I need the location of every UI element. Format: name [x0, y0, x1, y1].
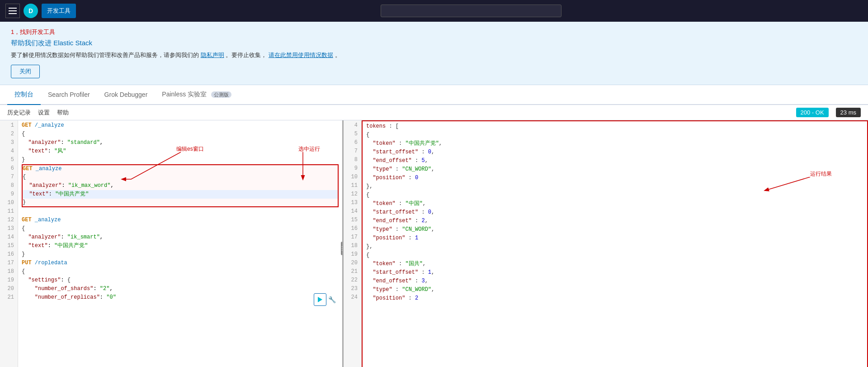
result-line-15: "end_offset" : 2, — [366, 217, 863, 225]
banner-desc-prefix: 要了解使用情况数据如何帮助我们管理和改善产品和服务，请参阅我们的 — [11, 52, 199, 58]
code-line-6: GET _analyze — [22, 164, 339, 173]
tab-console[interactable]: 控制台 — [7, 85, 41, 105]
toolbar: 历史记录 设置 帮助 200 - OK 23 ms — [0, 105, 868, 120]
dev-tools-tab[interactable]: 开发工具 — [42, 4, 76, 18]
code-line-11 — [22, 207, 339, 216]
code-line-10: } — [22, 199, 339, 207]
divider-handle[interactable] — [341, 242, 344, 255]
result-line-12: { — [366, 191, 863, 200]
result-line-14: "start_offset" : 0, — [366, 208, 863, 217]
result-line-8: "end_offset" : 5, — [366, 157, 863, 165]
result-line-23: "type" : "CN_WORD", — [366, 286, 863, 294]
settings-button[interactable]: 设置 — [38, 109, 50, 117]
help-banner: 1，找到开发工具 帮助我们改进 Elastic Stack 要了解使用情况数据如… — [0, 22, 868, 85]
editor-line-numbers: 12345 678910 1112131415 1617181920 21 — [0, 120, 18, 367]
code-line-18: { — [22, 267, 339, 276]
result-line-18: }, — [366, 243, 863, 251]
code-line-1: GET /_analyze — [22, 121, 339, 130]
menu-button[interactable] — [5, 4, 20, 18]
result-line-13: "token" : "中国", — [366, 200, 863, 208]
tab-console-label: 控制台 — [14, 91, 33, 98]
tab-painless-lab-label: Painless 实验室 — [162, 91, 207, 98]
beta-badge: 公测版 — [211, 91, 231, 98]
result-line-4: tokens : [ — [366, 122, 863, 131]
run-button-area: 🔧 — [314, 293, 336, 306]
code-editor[interactable]: GET /_analyze { "analyzer": "standard", … — [18, 120, 342, 367]
result-line-11: }, — [366, 182, 863, 191]
search-area — [80, 5, 863, 17]
result-line-5: { — [366, 131, 863, 139]
result-line-9: "type" : "CN_WORD", — [366, 165, 863, 174]
code-line-2: { — [22, 130, 339, 138]
tab-painless-lab[interactable]: Painless 实验室 公测版 — [155, 85, 239, 105]
code-line-19: "settings": { — [22, 276, 339, 285]
run-button[interactable] — [314, 293, 326, 306]
top-bar: D 开发工具 — [0, 0, 868, 22]
tab-bar: 控制台 Search Profiler Grok Debugger Painle… — [0, 85, 868, 105]
banner-close-button[interactable]: 关闭 — [11, 65, 40, 78]
tab-grok-debugger[interactable]: Grok Debugger — [97, 86, 155, 105]
menu-line-2 — [9, 10, 17, 11]
help-button[interactable]: 帮助 — [57, 109, 69, 117]
play-icon — [318, 297, 322, 302]
tab-grok-debugger-label: Grok Debugger — [104, 91, 148, 98]
code-line-5: } — [22, 156, 339, 164]
banner-desc-suffix: 。 — [335, 52, 341, 58]
tab-search-profiler[interactable]: Search Profiler — [41, 86, 97, 105]
wrench-icon: 🔧 — [328, 296, 336, 303]
result-line-19: { — [366, 251, 863, 260]
result-line-24: "position" : 2 — [366, 294, 863, 303]
result-line-16: "type" : "CN_WORD", — [366, 225, 863, 234]
menu-line-3 — [9, 13, 17, 14]
result-pane: 45678 910111213 1415161718 1920212223 24… — [344, 120, 868, 367]
code-line-20: "number_of_shards": "2", — [22, 285, 339, 293]
result-line-10: "position" : 0 — [366, 174, 863, 182]
code-line-17: PUT /ropledata — [22, 259, 339, 267]
history-button[interactable]: 历史记录 — [7, 109, 31, 117]
privacy-link[interactable]: 隐私声明 — [201, 52, 224, 58]
result-code-area: tokens : [ { "token" : "中国共产党", "start_o… — [362, 120, 868, 367]
status-badge: 200 - OK — [796, 108, 829, 117]
code-line-12: GET _analyze — [22, 216, 339, 224]
result-line-17: "position" : 1 — [366, 234, 863, 243]
disable-link[interactable]: 请在此禁用使用情况数据 — [269, 52, 333, 58]
result-line-numbers: 45678 910111213 1415161718 1920212223 24 — [344, 120, 362, 367]
banner-desc-middle: 。要停止收集， — [226, 52, 267, 58]
result-line-7: "start_offset" : 0, — [366, 148, 863, 157]
menu-line-1 — [9, 8, 17, 9]
main-content: 12345 678910 1112131415 1617181920 21 GE… — [0, 120, 868, 367]
avatar-button[interactable]: D — [24, 4, 38, 18]
code-line-13: { — [22, 224, 339, 233]
editor-pane: 12345 678910 1112131415 1617181920 21 GE… — [0, 120, 344, 367]
code-line-9: "text": "中国共产党" — [22, 190, 339, 199]
result-line-22: "end_offset" : 3, — [366, 277, 863, 286]
code-line-4: "text": "风" — [22, 147, 339, 156]
code-line-7: { — [22, 173, 339, 181]
result-line-21: "start_offset" : 1, — [366, 268, 863, 277]
code-line-14: "analyzer": "ik_smart", — [22, 233, 339, 242]
result-line-20: "token" : "国共", — [366, 260, 863, 268]
code-line-21: "number_of_replicas": "0" — [22, 293, 339, 302]
banner-step: 1，找到开发工具 — [11, 28, 857, 36]
code-line-3: "analyzer": "standard", — [22, 138, 339, 147]
code-line-8: "analyzer": "ik_max_word", — [22, 181, 339, 190]
banner-description: 要了解使用情况数据如何帮助我们管理和改善产品和服务，请参阅我们的 隐私声明 。要… — [11, 51, 857, 59]
tab-search-profiler-label: Search Profiler — [48, 91, 90, 98]
banner-title: 帮助我们改进 Elastic Stack — [11, 39, 857, 48]
code-line-15: "text": "中国共产党" — [22, 242, 339, 250]
result-line-6: "token" : "中国共产党", — [366, 139, 863, 148]
time-badge: 23 ms — [836, 108, 861, 117]
search-input[interactable] — [381, 5, 561, 17]
code-line-16: } — [22, 250, 339, 259]
